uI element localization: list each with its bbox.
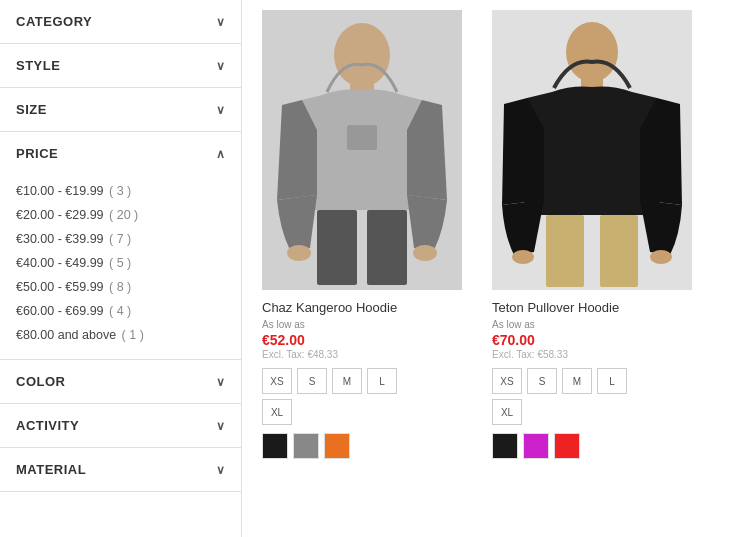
filter-header-size[interactable]: SIZE ∨ bbox=[0, 88, 241, 131]
size-xs-2[interactable]: XS bbox=[492, 368, 522, 394]
size-m-2[interactable]: M bbox=[562, 368, 592, 394]
price-range-5[interactable]: €60.00 - €69.99 ( 4 ) bbox=[16, 299, 225, 323]
chevron-material: ∨ bbox=[216, 463, 226, 477]
chevron-activity: ∨ bbox=[216, 419, 226, 433]
filter-section-price: PRICE ∧ €10.00 - €19.99 ( 3 ) €20.00 - €… bbox=[0, 132, 241, 360]
svg-rect-4 bbox=[317, 210, 357, 285]
chevron-size: ∨ bbox=[216, 103, 226, 117]
product-swatches-2 bbox=[492, 433, 702, 459]
price-range-6[interactable]: €80.00 and above ( 1 ) bbox=[16, 323, 225, 347]
price-range-2[interactable]: €30.00 - €39.99 ( 7 ) bbox=[16, 227, 225, 251]
chevron-category: ∨ bbox=[216, 15, 226, 29]
swatch-magenta-2[interactable] bbox=[523, 433, 549, 459]
size-row-1: XS S M L bbox=[262, 368, 472, 394]
svg-point-7 bbox=[413, 245, 437, 261]
product-card-2: Teton Pullover Hoodie As low as €70.00 E… bbox=[492, 10, 702, 527]
product-image-2[interactable] bbox=[492, 10, 692, 290]
filter-section-size: SIZE ∨ bbox=[0, 88, 241, 132]
product-exctax-2: Excl. Tax: €58.33 bbox=[492, 349, 702, 360]
product-name-2: Teton Pullover Hoodie bbox=[492, 300, 702, 315]
filter-label-activity: ACTIVITY bbox=[16, 418, 79, 433]
svg-rect-11 bbox=[546, 215, 584, 287]
product-aslowas-2: As low as bbox=[492, 319, 702, 330]
size-row-1b: XL bbox=[262, 399, 472, 425]
product-card-1: Chaz Kangeroo Hoodie As low as €52.00 Ex… bbox=[262, 10, 472, 527]
swatch-orange-1[interactable] bbox=[324, 433, 350, 459]
filter-label-style: STYLE bbox=[16, 58, 60, 73]
filter-label-price: PRICE bbox=[16, 146, 58, 161]
price-range-0[interactable]: €10.00 - €19.99 ( 3 ) bbox=[16, 179, 225, 203]
price-range-1[interactable]: €20.00 - €29.99 ( 20 ) bbox=[16, 203, 225, 227]
sidebar: CATEGORY ∨ STYLE ∨ SIZE ∨ PRICE ∧ bbox=[0, 0, 242, 537]
chevron-price: ∧ bbox=[216, 147, 226, 161]
size-xl-2[interactable]: XL bbox=[492, 399, 522, 425]
price-filter-content: €10.00 - €19.99 ( 3 ) €20.00 - €29.99 ( … bbox=[0, 175, 241, 359]
svg-point-14 bbox=[650, 250, 672, 264]
product-name-1: Chaz Kangeroo Hoodie bbox=[262, 300, 472, 315]
product-exctax-1: Excl. Tax: €48.33 bbox=[262, 349, 472, 360]
filter-label-category: CATEGORY bbox=[16, 14, 92, 29]
svg-point-13 bbox=[512, 250, 534, 264]
svg-rect-5 bbox=[367, 210, 407, 285]
filter-header-activity[interactable]: ACTIVITY ∨ bbox=[0, 404, 241, 447]
size-row-2b: XL bbox=[492, 399, 702, 425]
main-content: Chaz Kangeroo Hoodie As low as €52.00 Ex… bbox=[242, 0, 750, 537]
svg-rect-12 bbox=[600, 215, 638, 287]
chevron-color: ∨ bbox=[216, 375, 226, 389]
swatch-grey-1[interactable] bbox=[293, 433, 319, 459]
filter-header-style[interactable]: STYLE ∨ bbox=[0, 44, 241, 87]
product-swatches-1 bbox=[262, 433, 472, 459]
swatch-black-1[interactable] bbox=[262, 433, 288, 459]
size-s-2[interactable]: S bbox=[527, 368, 557, 394]
product-image-1[interactable] bbox=[262, 10, 462, 290]
svg-point-1 bbox=[334, 23, 390, 87]
filter-label-color: COLOR bbox=[16, 374, 65, 389]
svg-rect-3 bbox=[347, 125, 377, 150]
size-l-1[interactable]: L bbox=[367, 368, 397, 394]
price-range-4[interactable]: €50.00 - €59.99 ( 8 ) bbox=[16, 275, 225, 299]
product-price-1: €52.00 bbox=[262, 332, 472, 348]
size-s-1[interactable]: S bbox=[297, 368, 327, 394]
size-xs-1[interactable]: XS bbox=[262, 368, 292, 394]
filter-section-material: MATERIAL ∨ bbox=[0, 448, 241, 492]
product-aslowas-1: As low as bbox=[262, 319, 472, 330]
filter-header-material[interactable]: MATERIAL ∨ bbox=[0, 448, 241, 491]
filter-section-category: CATEGORY ∨ bbox=[0, 0, 241, 44]
filter-header-price[interactable]: PRICE ∧ bbox=[0, 132, 241, 175]
size-m-1[interactable]: M bbox=[332, 368, 362, 394]
svg-point-6 bbox=[287, 245, 311, 261]
filter-label-material: MATERIAL bbox=[16, 462, 86, 477]
chevron-style: ∨ bbox=[216, 59, 226, 73]
filter-header-category[interactable]: CATEGORY ∨ bbox=[0, 0, 241, 43]
size-row-2: XS S M L bbox=[492, 368, 702, 394]
swatch-red-2[interactable] bbox=[554, 433, 580, 459]
filter-section-color: COLOR ∨ bbox=[0, 360, 241, 404]
price-range-3[interactable]: €40.00 - €49.99 ( 5 ) bbox=[16, 251, 225, 275]
size-xl-1[interactable]: XL bbox=[262, 399, 292, 425]
filter-section-activity: ACTIVITY ∨ bbox=[0, 404, 241, 448]
swatch-black-2[interactable] bbox=[492, 433, 518, 459]
svg-point-9 bbox=[566, 22, 618, 82]
filter-header-color[interactable]: COLOR ∨ bbox=[0, 360, 241, 403]
filter-label-size: SIZE bbox=[16, 102, 47, 117]
product-price-2: €70.00 bbox=[492, 332, 702, 348]
filter-section-style: STYLE ∨ bbox=[0, 44, 241, 88]
size-l-2[interactable]: L bbox=[597, 368, 627, 394]
